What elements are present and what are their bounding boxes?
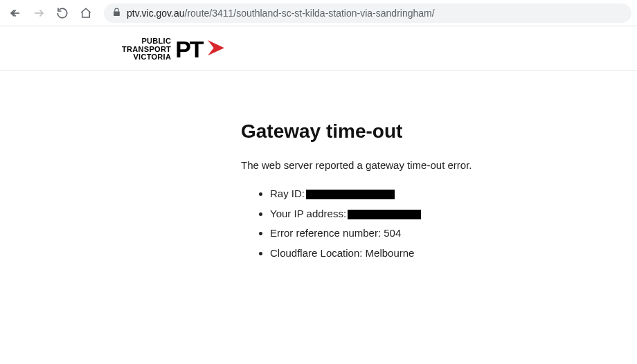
error-message: The web server reported a gateway time-o… [241,159,637,171]
header-logo-bar: PUBLIC TRANSPORT VICTORIA PT [0,26,637,71]
address-bar[interactable]: ptv.vic.gov.au/route/3411/southland-sc-s… [104,3,631,23]
ptv-logo[interactable]: PUBLIC TRANSPORT VICTORIA PT [122,36,637,63]
reload-button[interactable] [53,3,72,23]
logo-arrow-icon [204,37,228,63]
error-section: Gateway time-out The web server reported… [0,71,637,261]
error-ip: Your IP address: [270,206,637,222]
arrow-left-icon [9,7,21,19]
home-button[interactable] [76,3,96,23]
error-details-list: Ray ID: Your IP address: Error reference… [241,186,637,261]
error-ray-id: Ray ID: [270,186,637,202]
logo-pt: PT [175,36,202,63]
url-path: /route/3411/southland-sc-st-kilda-statio… [185,8,435,19]
redacted-ip [348,210,421,219]
url-text: ptv.vic.gov.au/route/3411/southland-sc-s… [127,8,435,19]
home-icon [80,7,92,19]
ip-label: Your IP address: [270,208,346,219]
reload-icon [56,7,69,19]
logo-line-1: PUBLIC [141,37,171,46]
redacted-ray-id [306,190,395,199]
lock-icon [112,8,121,19]
arrow-right-icon [33,7,45,19]
error-location: Cloudflare Location: Melbourne [270,246,637,262]
ray-id-label: Ray ID: [270,188,305,199]
page-content: PUBLIC TRANSPORT VICTORIA PT Gateway tim… [0,26,637,261]
logo-line-3: VICTORIA [133,53,171,62]
forward-button[interactable] [29,3,48,23]
error-ref-number: Error reference number: 504 [270,226,637,242]
url-domain: ptv.vic.gov.au [127,8,185,19]
ptv-logo-text: PUBLIC TRANSPORT VICTORIA [122,37,171,62]
error-title: Gateway time-out [241,120,637,143]
back-button[interactable] [6,3,25,23]
browser-toolbar: ptv.vic.gov.au/route/3411/southland-sc-s… [0,0,637,26]
